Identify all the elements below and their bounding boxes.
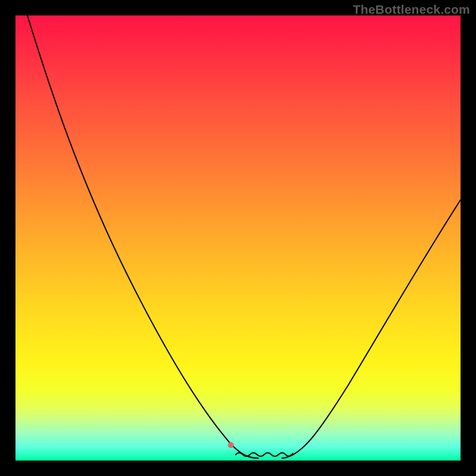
watermark-label: TheBottleneck.com — [353, 2, 470, 17]
optimal-point-marker — [228, 442, 234, 448]
curve-left-limb — [27, 15, 258, 458]
curve-right-limb — [282, 200, 461, 458]
chart-frame — [15, 15, 461, 461]
bottleneck-curve-plot — [15, 15, 461, 461]
